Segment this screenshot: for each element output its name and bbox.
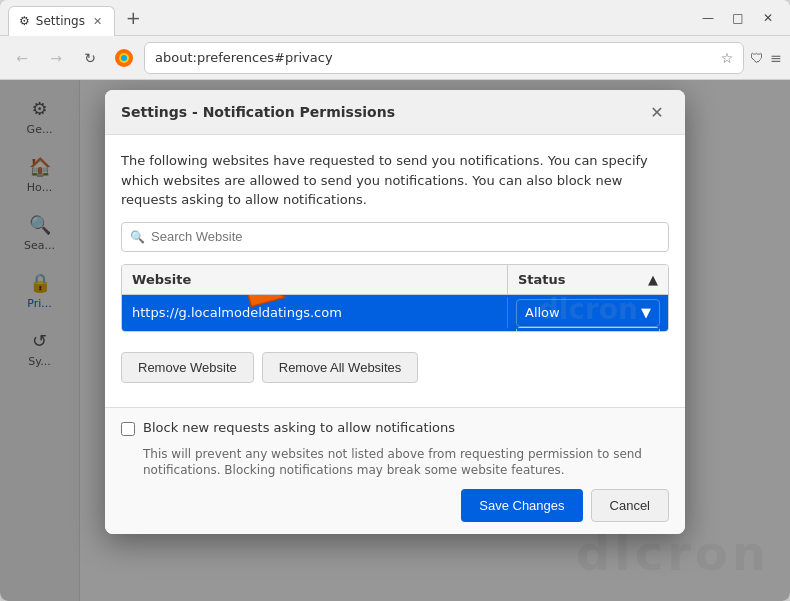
table-cell-status: Allow ▼ Allow Block	[508, 295, 668, 331]
remove-all-websites-button[interactable]: Remove All Websites	[262, 352, 419, 383]
modal-overlay: Settings - Notification Permissions ✕ Th…	[0, 80, 790, 601]
window-controls: — □ ✕	[694, 4, 782, 32]
table-header: Website Status ▲	[122, 265, 668, 295]
dialog-title: Settings - Notification Permissions	[121, 104, 395, 120]
dialog-close-button[interactable]: ✕	[645, 100, 669, 124]
col-header-status[interactable]: Status ▲	[508, 265, 668, 294]
new-tab-button[interactable]: +	[119, 4, 147, 32]
remove-website-button[interactable]: Remove Website	[121, 352, 254, 383]
block-requests-checkbox-row: Block new requests asking to allow notif…	[121, 420, 669, 436]
shield-icon[interactable]: 🛡	[750, 50, 764, 66]
tab-close-button[interactable]: ✕	[91, 13, 104, 30]
search-box[interactable]: 🔍	[121, 222, 669, 252]
remove-buttons-row: Remove Website Remove All Websites	[121, 344, 669, 391]
table-row[interactable]: https://g.localmodeldatings.com Allow ▼ …	[122, 295, 668, 331]
dialog-body: The following websites have requested to…	[105, 135, 685, 407]
browser-content: ⚙ Ge... 🏠 Ho... 🔍 Sea... 🔒 Pri... ↺ Sy..…	[0, 80, 790, 601]
dropdown-option-allow[interactable]: Allow	[517, 328, 659, 331]
svg-marker-3	[230, 295, 302, 318]
search-input[interactable]	[151, 229, 660, 244]
tab-icon: ⚙	[19, 14, 30, 28]
browser-window: ⚙ Settings ✕ + — □ ✕ ← → ↻ about:prefere…	[0, 0, 790, 601]
back-button[interactable]: ←	[8, 44, 36, 72]
forward-button[interactable]: →	[42, 44, 70, 72]
sort-icon[interactable]: ▲	[648, 272, 658, 287]
refresh-button[interactable]: ↻	[76, 44, 104, 72]
dropdown-current-value: Allow	[525, 305, 560, 320]
title-bar: ⚙ Settings ✕ + — □ ✕	[0, 0, 790, 36]
block-requests-checkbox[interactable]	[121, 422, 135, 436]
search-box-icon: 🔍	[130, 230, 145, 244]
maximize-button[interactable]: □	[724, 4, 752, 32]
status-dropdown[interactable]: Allow ▼	[516, 299, 660, 327]
browser-tab[interactable]: ⚙ Settings ✕	[8, 6, 115, 36]
status-dropdown-options: Allow Block	[516, 327, 660, 331]
block-requests-description: This will prevent any websites not liste…	[143, 446, 669, 480]
firefox-logo	[114, 48, 134, 68]
dropdown-arrow-icon: ▼	[641, 305, 651, 320]
website-table: Website Status ▲ https://g.localmodeldat…	[121, 264, 669, 332]
save-changes-button[interactable]: Save Changes	[461, 489, 582, 522]
menu-icon[interactable]: ≡	[770, 50, 782, 66]
dialog-title-bar: Settings - Notification Permissions ✕	[105, 90, 685, 135]
table-body: https://g.localmodeldatings.com Allow ▼ …	[122, 295, 668, 331]
block-requests-label[interactable]: Block new requests asking to allow notif…	[143, 420, 455, 435]
close-button[interactable]: ✕	[754, 4, 782, 32]
bookmark-icon[interactable]: ☆	[721, 50, 734, 66]
status-label: Status	[518, 272, 566, 287]
minimize-button[interactable]: —	[694, 4, 722, 32]
tab-title: Settings	[36, 14, 85, 28]
footer-buttons: Save Changes Cancel	[121, 489, 669, 522]
dialog-footer: Block new requests asking to allow notif…	[105, 407, 685, 535]
address-text: about:preferences#privacy	[155, 50, 715, 65]
cancel-button[interactable]: Cancel	[591, 489, 669, 522]
dialog-description: The following websites have requested to…	[121, 151, 669, 210]
col-header-website: Website	[122, 265, 508, 294]
nav-bar: ← → ↻ about:preferences#privacy ☆ 🛡 ≡	[0, 36, 790, 80]
address-bar[interactable]: about:preferences#privacy ☆	[144, 42, 744, 74]
notification-permissions-dialog: Settings - Notification Permissions ✕ Th…	[105, 90, 685, 534]
table-cell-url: https://g.localmodeldatings.com	[122, 297, 508, 328]
svg-point-2	[121, 55, 127, 61]
arrow-annotation	[222, 295, 302, 321]
